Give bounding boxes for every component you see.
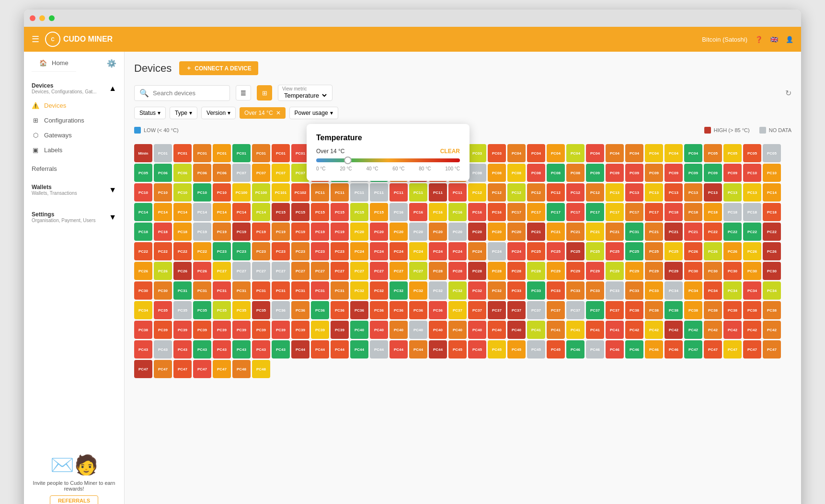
temp-slider-track[interactable] xyxy=(316,158,460,162)
device-cell[interactable]: PC13 xyxy=(625,183,643,202)
device-cell[interactable]: PC33 xyxy=(547,281,565,300)
device-cell[interactable]: PC37 xyxy=(468,301,486,319)
device-cell[interactable]: PC28 xyxy=(448,262,467,280)
settings-icon[interactable]: ⚙️ xyxy=(107,59,116,68)
popup-clear-button[interactable]: CLEAR xyxy=(440,148,460,155)
help-icon[interactable]: ❓ xyxy=(755,36,763,43)
device-cell[interactable]: PC25 xyxy=(645,242,663,260)
device-cell[interactable]: PC10 xyxy=(173,183,192,202)
device-cell[interactable]: PC17 xyxy=(566,203,584,221)
device-cell[interactable]: PC26 xyxy=(723,242,742,260)
device-cell[interactable]: PC40 xyxy=(370,321,388,339)
device-cell[interactable]: PC27 xyxy=(390,262,408,280)
device-cell[interactable]: PC26 xyxy=(743,242,761,260)
device-cell[interactable]: PC13 xyxy=(704,183,722,202)
device-cell[interactable]: PC21 xyxy=(547,223,565,241)
device-cell[interactable]: PC35 xyxy=(193,301,211,319)
device-cell[interactable]: PC26 xyxy=(193,262,211,280)
device-cell[interactable]: PC42 xyxy=(743,321,761,339)
device-cell[interactable]: PC47 xyxy=(154,360,172,378)
device-cell[interactable]: PC100 xyxy=(232,183,251,202)
device-cell[interactable]: PC34 xyxy=(763,281,781,300)
device-cell[interactable]: PC14 xyxy=(763,183,781,202)
device-cell[interactable]: PC40 xyxy=(468,321,486,339)
sidebar-item-gateways[interactable]: ⬡ Gateways xyxy=(24,128,124,143)
device-cell[interactable]: PC43 xyxy=(134,340,152,358)
device-cell[interactable]: PC44 xyxy=(370,340,388,358)
device-cell[interactable]: PC04 xyxy=(586,144,604,162)
device-cell[interactable]: PC36 xyxy=(291,301,309,319)
close-button[interactable] xyxy=(30,15,35,21)
device-cell[interactable]: PC40 xyxy=(409,321,427,339)
device-cell[interactable]: PC07 xyxy=(232,164,251,182)
device-cell[interactable]: PC08 xyxy=(468,164,486,182)
device-cell[interactable]: PC46 xyxy=(625,340,643,358)
device-cell[interactable]: PC18 xyxy=(134,223,152,241)
device-cell[interactable]: PC33 xyxy=(606,281,624,300)
device-cell[interactable]: PC04 xyxy=(665,144,683,162)
device-cell[interactable]: PC22 xyxy=(723,223,742,241)
device-cell[interactable]: PC17 xyxy=(606,203,624,221)
device-cell[interactable]: PC20 xyxy=(409,223,427,241)
device-cell[interactable]: PC21 xyxy=(527,223,545,241)
device-cell[interactable]: PC40 xyxy=(350,321,368,339)
device-cell[interactable]: PC27 xyxy=(291,262,309,280)
device-cell[interactable]: PC33 xyxy=(625,281,643,300)
device-cell[interactable]: PC44 xyxy=(409,340,427,358)
settings-section-header[interactable]: Settings Organisation, Payment, Users ▼ xyxy=(24,207,124,227)
device-cell[interactable]: PC28 xyxy=(507,262,526,280)
device-cell[interactable]: PC23 xyxy=(252,242,270,260)
device-cell[interactable]: PC20 xyxy=(370,223,388,241)
device-cell[interactable]: PC34 xyxy=(665,281,683,300)
device-cell[interactable]: PC24 xyxy=(390,242,408,260)
device-cell[interactable]: PC33 xyxy=(586,281,604,300)
device-cell[interactable]: PC01 xyxy=(193,144,211,162)
device-cell[interactable]: PC11 xyxy=(370,183,388,202)
device-cell[interactable]: PC44 xyxy=(390,340,408,358)
device-cell[interactable]: PC38 xyxy=(763,301,781,319)
device-cell[interactable]: PC35 xyxy=(232,301,251,319)
device-cell[interactable]: PC26 xyxy=(173,262,192,280)
device-cell[interactable]: PC27 xyxy=(350,262,368,280)
device-cell[interactable]: PC25 xyxy=(547,242,565,260)
device-cell[interactable]: PC10 xyxy=(743,164,761,182)
device-cell[interactable]: PC18 xyxy=(743,203,761,221)
device-cell[interactable]: PC11 xyxy=(311,183,329,202)
device-cell[interactable]: PC102 xyxy=(291,183,309,202)
device-cell[interactable]: PC39 xyxy=(232,321,251,339)
device-cell[interactable]: PC08 xyxy=(507,164,526,182)
device-cell[interactable]: PC37 xyxy=(448,301,467,319)
device-cell[interactable]: PC31 xyxy=(213,281,231,300)
device-cell[interactable]: PC10 xyxy=(154,183,172,202)
device-cell[interactable]: PC20 xyxy=(448,223,467,241)
view-metric-select[interactable]: View metric Temperature Power usage Hash… xyxy=(278,85,332,101)
device-cell[interactable]: PC45 xyxy=(527,340,545,358)
currency-label[interactable]: Bitcoin (Satoshi) xyxy=(702,36,747,43)
device-cell[interactable]: PC13 xyxy=(723,183,742,202)
device-cell[interactable]: PC29 xyxy=(645,262,663,280)
device-cell[interactable]: PC01 xyxy=(232,144,251,162)
device-cell[interactable]: PC26 xyxy=(684,242,702,260)
device-cell[interactable]: PC23 xyxy=(272,242,290,260)
device-cell[interactable]: PC37 xyxy=(507,301,526,319)
user-icon[interactable]: 👤 xyxy=(786,36,793,43)
device-cell[interactable]: PC22 xyxy=(704,223,722,241)
device-cell[interactable]: PC35 xyxy=(213,301,231,319)
device-cell[interactable]: PC01 xyxy=(213,144,231,162)
device-cell[interactable]: PC39 xyxy=(272,321,290,339)
device-cell[interactable]: PC31 xyxy=(331,281,349,300)
device-cell[interactable]: PC30 xyxy=(134,281,152,300)
device-cell[interactable]: PC31 xyxy=(193,281,211,300)
device-cell[interactable]: PC09 xyxy=(684,164,702,182)
device-cell[interactable]: PC38 xyxy=(743,301,761,319)
device-cell[interactable]: PC40 xyxy=(507,321,526,339)
device-cell[interactable]: PC42 xyxy=(763,321,781,339)
device-cell[interactable]: PC32 xyxy=(390,281,408,300)
device-cell[interactable]: PC23 xyxy=(331,242,349,260)
device-cell[interactable]: PC47 xyxy=(213,360,231,378)
device-cell[interactable]: PC18 xyxy=(173,223,192,241)
device-cell[interactable]: PC07 xyxy=(252,164,270,182)
device-cell[interactable]: PC13 xyxy=(684,183,702,202)
device-cell[interactable]: PC20 xyxy=(350,223,368,241)
device-cell[interactable]: PC09 xyxy=(625,164,643,182)
